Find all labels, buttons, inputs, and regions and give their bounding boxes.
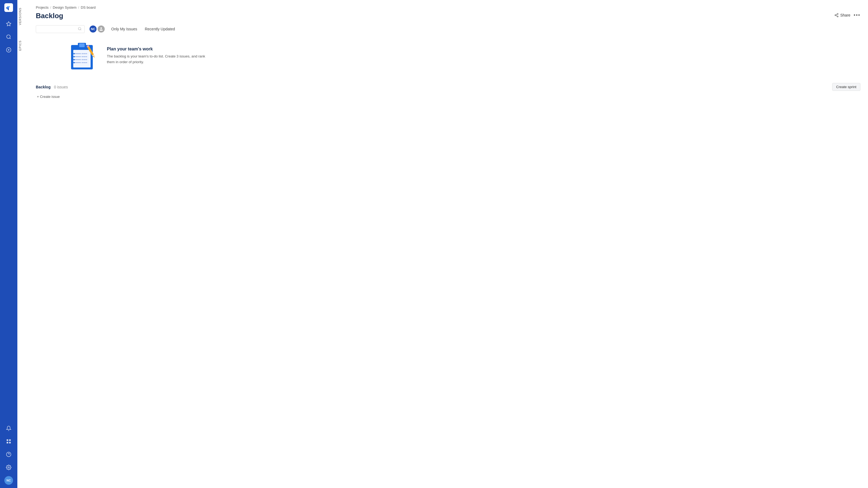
add-nav-icon[interactable] bbox=[3, 44, 14, 55]
share-label: Share bbox=[840, 13, 850, 18]
side-labels: VERSIONS EPICS bbox=[18, 0, 28, 488]
only-my-issues-button[interactable]: Only My Issues bbox=[110, 26, 139, 32]
epics-label[interactable]: EPICS bbox=[18, 38, 28, 53]
svg-point-15 bbox=[837, 16, 838, 17]
breadcrumb-ds-board[interactable]: DS board bbox=[81, 5, 96, 9]
backlog-title-group: Backlog 0 issues bbox=[36, 85, 68, 90]
search-box[interactable] bbox=[36, 25, 85, 33]
backlog-title: Backlog bbox=[36, 85, 51, 89]
recently-updated-button[interactable]: Recently Updated bbox=[143, 26, 177, 32]
svg-point-18 bbox=[79, 27, 81, 30]
main-area: VERSIONS EPICS Projects / Design System … bbox=[18, 0, 868, 488]
notification-nav-icon[interactable] bbox=[3, 423, 14, 434]
header-right: Share ••• bbox=[834, 12, 860, 18]
empty-state-text: Plan your team's work The backlog is you… bbox=[107, 46, 210, 65]
empty-state-description: The backlog is your team's to-do list. C… bbox=[107, 54, 210, 65]
breadcrumb-and-title: Projects / Design System / DS board Back… bbox=[36, 5, 96, 25]
user-avatar-bottom[interactable]: NC bbox=[4, 476, 13, 485]
svg-line-17 bbox=[836, 14, 837, 15]
empty-state-heading: Plan your team's work bbox=[107, 46, 210, 52]
svg-line-19 bbox=[81, 29, 82, 30]
empty-state: Plan your team's work The backlog is you… bbox=[68, 40, 860, 72]
breadcrumb-projects[interactable]: Projects bbox=[36, 5, 49, 9]
svg-rect-24 bbox=[79, 43, 85, 47]
svg-line-2 bbox=[10, 38, 11, 39]
avatar-nc[interactable]: NC bbox=[89, 25, 97, 33]
help-nav-icon[interactable] bbox=[3, 449, 14, 460]
svg-rect-8 bbox=[7, 442, 8, 444]
more-button[interactable]: ••• bbox=[854, 12, 860, 18]
versions-label[interactable]: VERSIONS bbox=[18, 5, 28, 27]
svg-point-37 bbox=[73, 53, 75, 55]
avatar-group: NC bbox=[89, 25, 105, 33]
svg-marker-0 bbox=[6, 22, 11, 26]
breadcrumb: Projects / Design System / DS board bbox=[36, 5, 96, 9]
share-button[interactable]: Share bbox=[834, 13, 850, 18]
page-title: Backlog bbox=[36, 12, 96, 20]
content-wrapper: VERSIONS EPICS Projects / Design System … bbox=[18, 0, 868, 488]
svg-point-14 bbox=[835, 14, 836, 16]
svg-point-20 bbox=[100, 27, 102, 29]
share-icon bbox=[834, 13, 839, 18]
search-input[interactable] bbox=[39, 27, 78, 31]
svg-point-13 bbox=[837, 13, 838, 14]
svg-rect-6 bbox=[7, 440, 8, 441]
search-nav-icon[interactable] bbox=[3, 31, 14, 42]
svg-point-12 bbox=[8, 467, 9, 468]
sidebar: NC bbox=[0, 0, 18, 488]
svg-rect-9 bbox=[9, 442, 11, 444]
svg-point-39 bbox=[73, 59, 75, 61]
svg-rect-22 bbox=[73, 50, 91, 67]
create-issue-link[interactable]: + Create issue bbox=[36, 93, 61, 100]
svg-line-16 bbox=[836, 15, 837, 16]
apps-nav-icon[interactable] bbox=[3, 436, 14, 447]
breadcrumb-sep2: / bbox=[78, 5, 79, 9]
star-nav-icon[interactable] bbox=[3, 19, 14, 29]
create-sprint-button[interactable]: Create sprint bbox=[832, 83, 860, 91]
svg-point-40 bbox=[73, 62, 75, 63]
clipboard-illustration bbox=[68, 40, 98, 72]
svg-point-38 bbox=[73, 56, 75, 58]
page-content: Projects / Design System / DS board Back… bbox=[28, 0, 868, 488]
filter-bar: NC Only My Issues Recently Updated bbox=[36, 25, 860, 33]
settings-nav-icon[interactable] bbox=[3, 462, 14, 473]
backlog-count: 0 issues bbox=[54, 85, 68, 89]
avatar-generic[interactable] bbox=[97, 25, 105, 33]
backlog-section: Backlog 0 issues Create sprint + Create … bbox=[36, 83, 860, 100]
breadcrumb-design-system[interactable]: Design System bbox=[53, 5, 76, 9]
svg-rect-7 bbox=[9, 440, 11, 441]
svg-point-1 bbox=[7, 35, 10, 38]
search-icon bbox=[78, 27, 82, 31]
app-logo[interactable] bbox=[4, 3, 13, 12]
breadcrumb-sep1: / bbox=[50, 5, 51, 9]
page-header-row: Projects / Design System / DS board Back… bbox=[36, 5, 860, 25]
backlog-header: Backlog 0 issues Create sprint bbox=[36, 83, 860, 91]
